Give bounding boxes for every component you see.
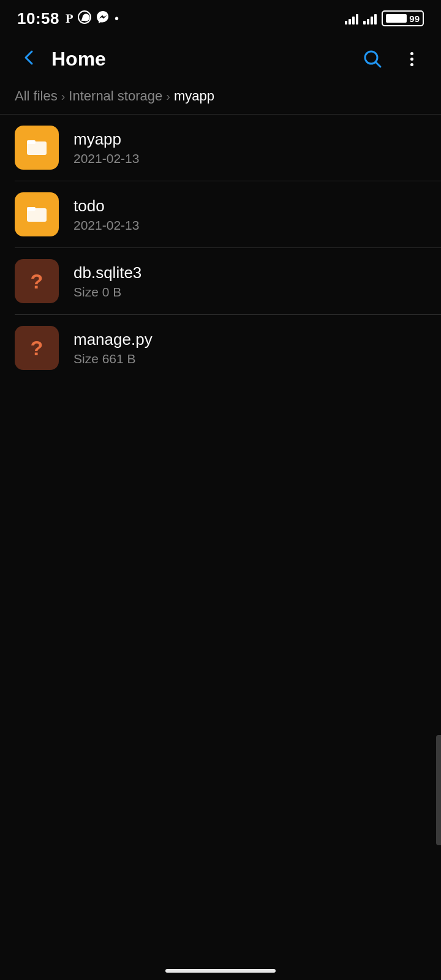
breadcrumb-current: myapp [174,88,214,104]
file-name: db.sqlite3 [74,263,426,282]
svg-rect-3 [27,140,36,144]
app-bar-actions [358,44,426,74]
unknown-icon-managepy: ? [15,326,59,370]
battery-fill [386,14,407,23]
back-arrow-icon [20,48,39,70]
folder-icon-todo [15,192,59,236]
folder-svg [24,202,49,227]
page-title: Home [51,48,358,70]
list-item[interactable]: todo 2021-02-13 [0,181,441,247]
file-name: todo [74,197,426,216]
scrollbar[interactable] [436,735,441,845]
search-icon [361,48,383,70]
dot-icon: • [115,12,119,26]
battery: 99 [382,10,424,26]
parking-icon: 𝐏 [66,12,73,26]
more-icon [410,52,413,66]
file-info-myapp: myapp 2021-02-13 [74,130,426,166]
signal-bars-1 [345,12,358,24]
whatsapp-icon [78,10,91,27]
list-item[interactable]: ? db.sqlite3 Size 0 B [0,248,441,314]
more-options-button[interactable] [397,44,426,74]
breadcrumb-internal-storage[interactable]: Internal storage [69,88,162,104]
folder-icon-myapp [15,126,59,170]
file-meta: 2021-02-13 [74,151,426,166]
status-right: 99 [345,10,424,26]
list-item[interactable]: myapp 2021-02-13 [0,115,441,181]
file-name: myapp [74,130,426,149]
app-bar: Home [0,34,441,83]
battery-text: 99 [409,13,420,24]
status-bar: 10:58 𝐏 • [0,0,441,34]
folder-svg [24,135,49,160]
status-icons: 𝐏 • [66,10,119,27]
breadcrumb: All files › Internal storage › myapp [0,83,441,114]
file-meta: 2021-02-13 [74,218,426,233]
signal-bars-2 [363,12,377,24]
file-name: manage.py [74,330,426,349]
svg-rect-5 [27,207,36,211]
home-indicator [165,969,276,973]
status-time: 10:58 [17,9,59,28]
breadcrumb-chevron-1: › [61,89,66,104]
file-meta: Size 661 B [74,352,426,366]
question-mark-icon: ? [31,336,43,360]
messenger-icon [96,10,110,27]
breadcrumb-all-files[interactable]: All files [15,88,58,104]
breadcrumb-chevron-2: › [166,89,170,104]
status-left: 10:58 𝐏 • [17,9,119,28]
file-info-db: db.sqlite3 Size 0 B [74,263,426,300]
file-list: myapp 2021-02-13 todo 2021-02-13 ? db.sq… [0,115,441,381]
back-button[interactable] [15,44,44,74]
file-info-managepy: manage.py Size 661 B [74,330,426,366]
file-meta: Size 0 B [74,285,426,300]
file-info-todo: todo 2021-02-13 [74,197,426,233]
unknown-icon-db: ? [15,259,59,303]
list-item[interactable]: ? manage.py Size 661 B [0,315,441,381]
search-button[interactable] [358,44,387,74]
question-mark-icon: ? [31,270,43,293]
